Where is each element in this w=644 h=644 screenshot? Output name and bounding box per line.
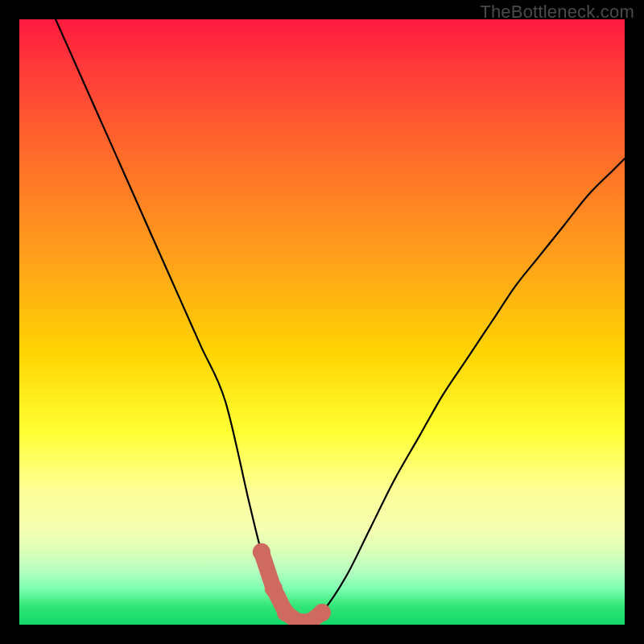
valley-bump-dot — [265, 580, 283, 597]
plot-area — [19, 19, 625, 625]
valley-bump-dot — [313, 604, 331, 621]
bottleneck-curve — [56, 19, 625, 623]
valley-bumps — [253, 543, 331, 625]
chart-frame: TheBottleneck.com — [0, 0, 644, 644]
valley-bump-dot — [253, 543, 270, 561]
curve-svg — [19, 19, 625, 625]
